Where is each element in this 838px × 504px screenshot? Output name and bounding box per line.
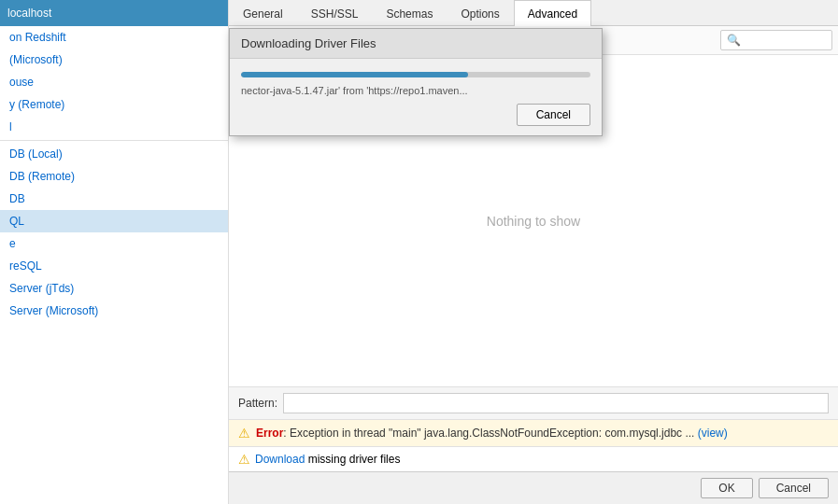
dialog-title: Downloading Driver Files <box>230 29 602 59</box>
sidebar-items: on Redshift (Microsoft) ouse y (Remote) … <box>0 26 228 504</box>
dialog-buttons: Cancel <box>241 104 590 126</box>
sidebar-item-6[interactable]: DB (Remote) <box>0 165 228 188</box>
sidebar-divider <box>0 140 228 141</box>
dialog-cancel-button[interactable]: Cancel <box>517 104 590 126</box>
dialog-content: nector-java-5.1.47.jar' from 'https://re… <box>230 59 602 135</box>
sidebar-item-1[interactable]: (Microsoft) <box>0 49 228 71</box>
sidebar-item-0[interactable]: on Redshift <box>0 26 228 49</box>
sidebar-host-label: localhost <box>7 7 51 20</box>
dialog-box: Downloading Driver Files nector-java-5.1… <box>229 28 603 136</box>
progress-bar-fill <box>241 72 468 77</box>
sidebar-item-9[interactable]: e <box>0 232 228 255</box>
sidebar-item-5[interactable]: DB (Local) <box>0 143 228 165</box>
sidebar-item-3[interactable]: y (Remote) <box>0 93 228 116</box>
main-panel: General SSH/SSL Schemas Options Advanced… <box>229 0 838 504</box>
sidebar-item-2[interactable]: ouse <box>0 71 228 93</box>
sidebar-item-4[interactable]: l <box>0 116 228 138</box>
dialog-status-text: nector-java-5.1.47.jar' from 'https://re… <box>241 85 590 96</box>
sidebar-item-12[interactable]: Server (Microsoft) <box>0 300 228 322</box>
sidebar: localhost on Redshift (Microsoft) ouse y… <box>0 0 229 504</box>
progress-bar-container <box>241 72 590 77</box>
sidebar-item-11[interactable]: Server (jTds) <box>0 277 228 300</box>
sidebar-item-7[interactable]: DB <box>0 188 228 210</box>
sidebar-item-10[interactable]: reSQL <box>0 255 228 277</box>
sidebar-top-bar: localhost <box>0 0 228 26</box>
sidebar-item-8[interactable]: QL <box>0 210 228 232</box>
dialog-overlay: Downloading Driver Files nector-java-5.1… <box>229 0 838 504</box>
